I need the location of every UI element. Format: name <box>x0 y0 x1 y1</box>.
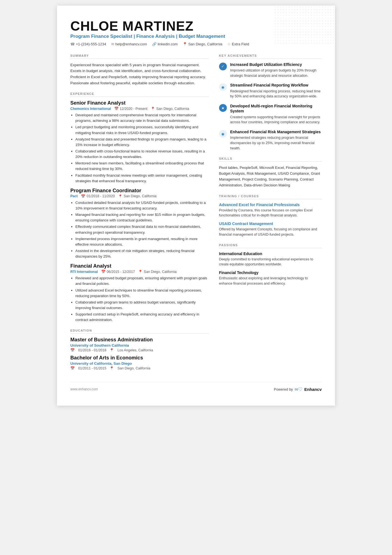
summary-section-title: SUMMARY <box>70 54 209 59</box>
job-1-location: 📍 San Diego, California <box>151 107 189 111</box>
left-column: SUMMARY Experienced finance specialist w… <box>70 54 209 373</box>
job-2-location: 📍 San Diego, California <box>118 194 157 198</box>
job-2-meta: Pact 📅 01/2018 - 11/2020 📍 San Diego, Ca… <box>70 194 209 198</box>
training-2: USAID Contract Management Offered by Man… <box>219 221 322 237</box>
achievement-1: ✓ Increased Budget Utilization Efficienc… <box>219 62 322 78</box>
passion-2-desc: Enthusiastic about exploring and leverag… <box>219 276 322 286</box>
achievement-4-title: Enhanced Financial Risk Management Strat… <box>230 129 322 134</box>
list-item: Managed financial tracking and reporting… <box>75 212 209 223</box>
edu-2-degree: Bachelor of Arts in Economics <box>70 355 209 361</box>
contact-location: 📍 San Diego, California <box>183 42 222 46</box>
candidate-name: CHLOE MARTINEZ <box>70 19 322 34</box>
job-2-dates: 📅 01/2018 - 11/2020 <box>81 194 115 198</box>
contact-email: ✉ help@enhancv.com <box>111 42 147 46</box>
powered-by-text: Powered by <box>274 387 293 391</box>
passion-1: International Education Deeply committed… <box>219 251 322 267</box>
list-item: Facilitated monthly financial review mee… <box>75 173 209 184</box>
location-icon: 📍 <box>183 42 187 46</box>
list-item: Analyzed financial data and presented fi… <box>75 137 209 148</box>
experience-section-title: EXPERIENCE <box>70 92 209 97</box>
job-2-bullets: Conducted detailed financial analysis fo… <box>70 200 209 259</box>
job-3-title: Financial Analyst <box>70 263 209 269</box>
list-item: Conducted detailed financial analysis fo… <box>75 200 209 211</box>
edu-1-school: University of Southern California <box>70 343 209 347</box>
passion-1-desc: Deeply committed to transforming educati… <box>219 257 322 267</box>
job-1-dates: 📅 12/2020 - Present <box>114 107 147 111</box>
passion-2: Financial Technology Enthusiastic about … <box>219 270 322 286</box>
location-value: San Diego, California <box>188 42 222 46</box>
training-1-desc: Provided by Coursera, this course focuse… <box>219 208 322 218</box>
achievement-1-title: Increased Budget Utilization Efficiency <box>230 62 322 67</box>
achievement-1-desc: Improved utilization of program budgets … <box>230 68 322 78</box>
summary-text: Experienced finance specialist with 5 ye… <box>70 62 209 86</box>
achievement-3-content: Developed Multi-region Financial Monitor… <box>230 103 322 125</box>
training-section-title: TRAINING / COURSES <box>219 194 322 199</box>
main-layout: SUMMARY Experienced finance specialist w… <box>70 54 322 373</box>
job-1-bullets: Developed and maintained comprehensive f… <box>70 112 209 184</box>
passion-2-title: Financial Technology <box>219 270 322 275</box>
skills-section-title: SKILLS <box>219 157 322 162</box>
achievement-4-content: Enhanced Financial Risk Management Strat… <box>230 129 322 151</box>
training-2-title: USAID Contract Management <box>219 221 322 226</box>
job-1: Senior Finance Analyst Chemonics Interna… <box>70 100 209 184</box>
calendar-icon-1: 📅 <box>114 107 119 111</box>
achievement-4: ◉ Enhanced Financial Risk Management Str… <box>219 129 322 151</box>
achievement-2-content: Streamlined Financial Reporting Workflow… <box>230 83 322 99</box>
list-item: Mentored new team members, facilitating … <box>75 161 209 172</box>
header: CHLOE MARTINEZ Program Finance Specialis… <box>70 19 322 49</box>
extra-value: Extra Field <box>232 42 249 46</box>
enhancv-brand-name: Enhancv <box>304 387 322 392</box>
email-icon: ✉ <box>111 42 114 46</box>
job-1-meta: Chemonics International 📅 12/2020 - Pres… <box>70 107 209 111</box>
job-3-location: 📍 San Diego, California <box>138 270 177 274</box>
achievement-4-desc: Implemented strategies reducing program … <box>230 135 322 151</box>
achievement-1-content: Increased Budget Utilization Efficiency … <box>230 62 322 78</box>
linkedin-icon: 🔗 <box>152 42 157 46</box>
edu-2: Bachelor of Arts in Economics University… <box>70 355 209 370</box>
edu-1: Master of Business Administration Univer… <box>70 337 209 352</box>
job-3: Financial Analyst RTI International 📅 06… <box>70 263 209 323</box>
job-1-company: Chemonics International <box>70 107 111 111</box>
achievement-3-icon: ★ <box>219 104 227 112</box>
job-3-meta: RTI International 📅 06/2015 - 12/2017 📍 … <box>70 270 209 274</box>
achievement-2-icon: ◉ <box>219 83 227 91</box>
contact-phone: ☎ +1-(234)-555-1234 <box>70 42 106 46</box>
job-3-company: RTI International <box>70 270 98 274</box>
pin-icon-3: 📍 <box>138 270 143 274</box>
list-item: Led project budgeting and monitoring pro… <box>75 124 209 135</box>
list-item: Developed and maintained comprehensive f… <box>75 112 209 124</box>
phone-value: +1-(234)-555-1234 <box>76 42 106 46</box>
list-item: Utilized advanced Excel techniques to st… <box>75 288 209 299</box>
pin-icon-1: 📍 <box>151 107 155 111</box>
passion-1-title: International Education <box>219 251 322 256</box>
list-item: Effectively communicated complex financi… <box>75 224 209 235</box>
edu-1-meta: 📅 01/2016 - 01/2018 📍 Los Angeles, Calif… <box>70 348 209 352</box>
passions-section-title: PASSIONS <box>219 243 322 248</box>
job-3-dates: 📅 06/2015 - 12/2017 <box>101 270 135 274</box>
edu-2-school: University of California, San Diego <box>70 361 209 366</box>
job-3-bullets: Reviewed and approved budget proposals, … <box>70 275 209 323</box>
list-item: Implemented process improvements in gran… <box>75 236 209 247</box>
email-value: help@enhancv.com <box>115 42 147 46</box>
job-2-title: Program Finance Coordinator <box>70 188 209 194</box>
list-item: Supported contract setup in PeopleSoft, … <box>75 312 209 323</box>
right-column: KEY ACHIEVEMENTS ✓ Increased Budget Util… <box>219 54 322 373</box>
enhancv-logo-icon: ∞♡ <box>295 386 303 392</box>
contact-extra: ☆ Extra Field <box>227 42 249 46</box>
list-item: Reviewed and approved budget proposals, … <box>75 275 209 287</box>
list-item: Collaborated with cross-functional teams… <box>75 149 209 160</box>
training-2-desc: Offered by Management Concepts, focusing… <box>219 227 322 237</box>
phone-icon: ☎ <box>70 42 75 46</box>
page-footer: www.enhancv.com Powered by ∞♡ Enhancv <box>70 382 322 392</box>
calendar-icon-3: 📅 <box>101 270 106 274</box>
list-item: Collaborated with program teams to addre… <box>75 300 209 311</box>
job-1-title: Senior Finance Analyst <box>70 100 209 106</box>
achievement-1-icon: ✓ <box>219 63 227 70</box>
skills-text: Pivot tables, PeopleSoft, Microsoft Exce… <box>219 165 322 188</box>
contact-linkedin: 🔗 linkedin.com <box>152 42 178 46</box>
achievement-3-title: Developed Multi-region Financial Monitor… <box>230 103 322 114</box>
achievement-2-desc: Redesigned financial reporting process, … <box>230 89 322 99</box>
achievements-section-title: KEY ACHIEVEMENTS <box>219 54 322 59</box>
achievement-3: ★ Developed Multi-region Financial Monit… <box>219 103 322 125</box>
edu-2-meta: 📅 01/2011 - 01/2015 📍 San Diego, Califor… <box>70 366 209 370</box>
